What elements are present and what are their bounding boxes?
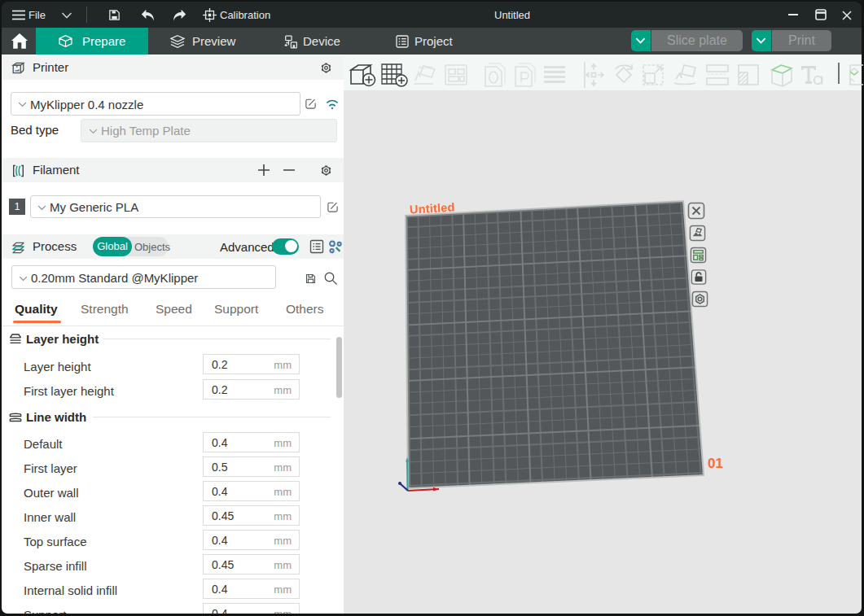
svg-text:AUTO: AUTO — [419, 65, 432, 70]
